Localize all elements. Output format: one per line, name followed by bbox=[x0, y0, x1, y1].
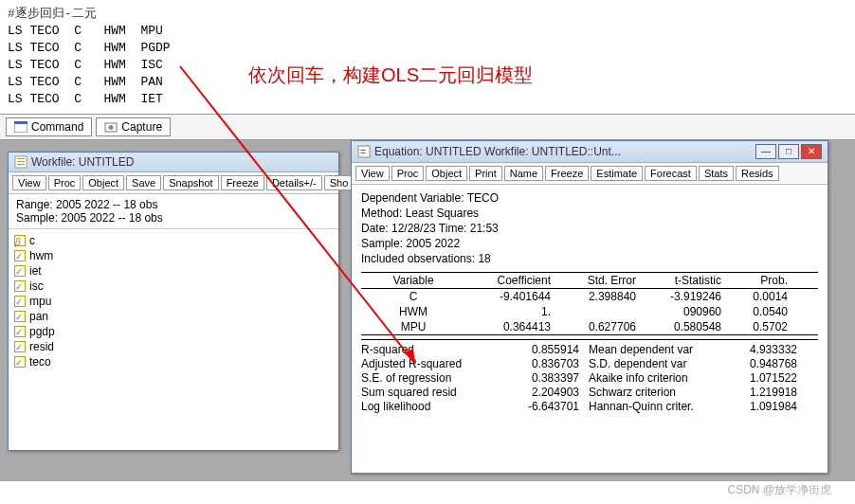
stats-row: Log likelihood-6.643701Hannan-Quinn crit… bbox=[361, 400, 818, 414]
command-label: Command bbox=[31, 120, 83, 134]
tb-proc[interactable]: Proc bbox=[391, 166, 425, 181]
maximize-button[interactable]: □ bbox=[778, 144, 799, 159]
obs: Included observations: 18 bbox=[361, 251, 818, 266]
list-item[interactable]: teco bbox=[14, 354, 333, 369]
window-controls: — □ ✕ bbox=[755, 144, 822, 159]
capture-icon bbox=[104, 121, 118, 133]
equation-window[interactable]: = Equation: UNTITLED Workfile: UNTITLED:… bbox=[351, 140, 828, 474]
method: Method: Least Squares bbox=[361, 206, 818, 221]
stats-row: S.E. of regression0.383397Akaike info cr… bbox=[361, 371, 818, 386]
tb-proc[interactable]: Proc bbox=[48, 175, 82, 190]
close-button[interactable]: ✕ bbox=[801, 144, 822, 159]
table-row: HWM 1. 090960 0.0540 bbox=[361, 304, 818, 319]
tb-stats[interactable]: Stats bbox=[699, 166, 734, 181]
equation-title: Equation: UNTITLED Workfile: UNTITLED::U… bbox=[374, 145, 752, 158]
capture-label: Capture bbox=[121, 120, 162, 134]
workfile-toolbar: View Proc Object Save Snapshot Freeze De… bbox=[9, 172, 338, 194]
svg-text:=: = bbox=[360, 147, 366, 157]
sample-text: Sample: 2005 2022 -- 18 obs bbox=[16, 211, 331, 225]
annotation-text: 依次回车，构建OLS二元回归模型 bbox=[248, 63, 533, 88]
tb-save[interactable]: Save bbox=[126, 175, 161, 190]
stats-row: R-squared0.855914Mean dependent var4.933… bbox=[361, 343, 818, 357]
equation-toolbar: View Proc Object Print Name Freeze Estim… bbox=[352, 163, 828, 185]
tb-freeze[interactable]: Freeze bbox=[221, 175, 264, 190]
stats-block: R-squared0.855914Mean dependent var4.933… bbox=[361, 339, 818, 414]
command-bar: Command Capture bbox=[0, 114, 855, 140]
code-line: LS TECO C HWM MPU bbox=[8, 23, 847, 40]
date: Date: 12/28/23 Time: 21:53 bbox=[361, 221, 818, 236]
series-icon bbox=[14, 250, 26, 261]
list-item[interactable]: iet bbox=[14, 263, 333, 279]
svg-rect-8 bbox=[17, 161, 25, 162]
tb-estimate[interactable]: Estimate bbox=[591, 166, 643, 181]
command-button[interactable]: Command bbox=[6, 117, 92, 136]
table-row: C -9.401644 2.398840 -3.919246 0.0014 bbox=[361, 289, 818, 304]
tb-view[interactable]: View bbox=[355, 166, 390, 181]
series-icon bbox=[14, 341, 26, 352]
sample: Sample: 2005 2022 bbox=[361, 236, 818, 251]
list-item[interactable]: isc bbox=[14, 279, 333, 294]
series-icon bbox=[14, 326, 26, 337]
code-line: LS TECO C HWM PGDP bbox=[8, 40, 847, 57]
equation-output: Dependent Variable: TECO Method: Least S… bbox=[352, 185, 828, 420]
svg-rect-7 bbox=[17, 158, 25, 159]
tb-resids[interactable]: Resids bbox=[736, 166, 779, 181]
list-item[interactable]: pan bbox=[14, 309, 333, 324]
list-item[interactable]: resid bbox=[14, 339, 333, 354]
range-text: Range: 2005 2022 -- 18 obs bbox=[16, 198, 331, 211]
workfile-info: Range: 2005 2022 -- 18 obs Sample: 2005 … bbox=[9, 194, 338, 229]
command-icon bbox=[14, 121, 27, 133]
workarea: Workfile: UNTITLED View Proc Object Save… bbox=[0, 140, 855, 481]
tb-show[interactable]: Sho bbox=[324, 175, 355, 190]
tb-print[interactable]: Print bbox=[469, 166, 502, 181]
equation-meta: Dependent Variable: TECO Method: Least S… bbox=[361, 190, 818, 266]
series-icon bbox=[14, 356, 26, 368]
tb-object[interactable]: Object bbox=[82, 175, 124, 190]
tb-details[interactable]: Details+/- bbox=[266, 175, 322, 190]
tb-forecast[interactable]: Forecast bbox=[645, 166, 697, 181]
code-line: LS TECO C HWM IET bbox=[8, 91, 847, 108]
table-header: Variable Coefficient Std. Error t-Statis… bbox=[361, 273, 818, 289]
list-item[interactable]: hwm bbox=[14, 248, 333, 263]
tb-freeze[interactable]: Freeze bbox=[545, 166, 589, 181]
workfile-icon bbox=[14, 155, 27, 169]
minimize-button[interactable]: — bbox=[755, 144, 776, 159]
svg-point-5 bbox=[109, 125, 114, 130]
equation-icon: = bbox=[357, 145, 371, 158]
tb-view[interactable]: View bbox=[12, 175, 46, 190]
series-icon bbox=[14, 280, 26, 292]
code-editor[interactable]: #逐步回归-二元 LS TECO C HWM MPU LS TECO C HWM… bbox=[0, 0, 855, 114]
watermark: CSDN @放学净街虎 bbox=[727, 482, 831, 498]
variable-list[interactable]: c hwm iet isc mpu pan pgdp resid teco bbox=[9, 229, 338, 373]
stats-row: Adjusted R-squared0.836703S.D. dependent… bbox=[361, 357, 818, 371]
list-item[interactable]: pgdp bbox=[14, 324, 333, 339]
stats-row: Sum squared resid2.204903Schwarz criteri… bbox=[361, 386, 818, 400]
tb-object[interactable]: Object bbox=[426, 166, 467, 181]
svg-rect-9 bbox=[17, 164, 25, 165]
tb-snapshot[interactable]: Snapshot bbox=[163, 175, 218, 190]
list-item[interactable]: mpu bbox=[14, 294, 333, 309]
workfile-window[interactable]: Workfile: UNTITLED View Proc Object Save… bbox=[8, 152, 339, 451]
code-comment: #逐步回归-二元 bbox=[8, 6, 847, 23]
dep-var: Dependent Variable: TECO bbox=[361, 190, 818, 206]
coef-icon bbox=[14, 235, 26, 246]
workfile-titlebar[interactable]: Workfile: UNTITLED bbox=[9, 153, 338, 172]
series-icon bbox=[14, 265, 26, 277]
workfile-title: Workfile: UNTITLED bbox=[31, 155, 333, 169]
list-item[interactable]: c bbox=[14, 233, 333, 248]
table-row: MPU 0.364413 0.627706 0.580548 0.5702 bbox=[361, 319, 818, 334]
series-icon bbox=[14, 311, 26, 322]
equation-titlebar[interactable]: = Equation: UNTITLED Workfile: UNTITLED:… bbox=[352, 141, 828, 163]
svg-rect-3 bbox=[14, 121, 27, 124]
capture-button[interactable]: Capture bbox=[96, 117, 171, 136]
coefficient-table: Variable Coefficient Std. Error t-Statis… bbox=[361, 272, 818, 335]
series-icon bbox=[14, 296, 26, 307]
tb-name[interactable]: Name bbox=[504, 166, 543, 181]
